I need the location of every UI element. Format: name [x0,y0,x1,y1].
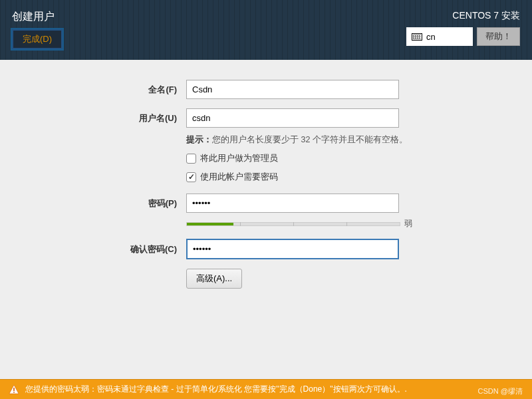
warning-bar: 您提供的密码太弱：密码未通过字典检查 - 过于简单化/系统化 您需要按"完成（D… [0,379,532,399]
admin-checkbox-label: 将此用户做为管理员 [200,152,278,164]
fullname-input[interactable] [186,80,399,99]
hint-prefix: 提示： [186,135,212,144]
password-strength-label: 弱 [404,218,412,229]
admin-checkbox[interactable] [186,154,196,164]
confirm-password-input[interactable] [186,239,399,259]
keyboard-layout-selector[interactable]: cn [406,27,473,46]
password-strength-bar [186,222,400,226]
watermark: CSDN @缪清 [478,386,523,396]
done-button[interactable]: 完成(D) [12,29,63,49]
fullname-label: 全名(F) [0,84,186,96]
keyboard-icon [412,33,422,41]
confirm-password-label: 确认密码(C) [0,243,186,255]
require-password-label: 使用此帐户需要密码 [200,171,278,183]
svg-rect-0 [13,388,15,391]
require-password-checkbox[interactable] [186,172,196,182]
username-input[interactable] [186,108,399,128]
svg-rect-1 [13,392,15,393]
hint-text: 您的用户名长度要少于 32 个字符并且不能有空格。 [212,135,408,144]
warning-icon [8,384,20,395]
advanced-button[interactable]: 高级(A)... [186,269,242,289]
username-label: 用户名(U) [0,112,186,124]
password-label: 密码(P) [0,198,186,209]
password-input[interactable] [186,194,399,213]
installer-title: CENTOS 7 安装 [452,10,520,22]
password-strength-fill [187,223,233,225]
keyboard-layout-label: cn [426,32,436,42]
form-container: 全名(F) 用户名(U) 提示：您的用户名长度要少于 32 个字符并且不能有空格… [0,60,532,289]
warning-text: 您提供的密码太弱：密码未通过字典检查 - 过于简单化/系统化 您需要按"完成（D… [25,384,407,395]
help-button[interactable]: 帮助！ [477,27,520,46]
username-hint: 提示：您的用户名长度要少于 32 个字符并且不能有空格。 [186,134,426,146]
